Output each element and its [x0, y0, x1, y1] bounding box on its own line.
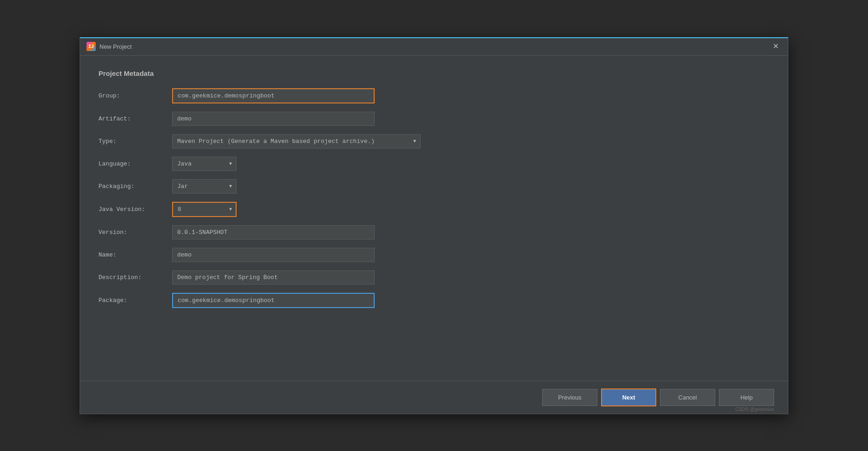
version-label: Version: [98, 229, 172, 236]
description-label: Description: [98, 274, 172, 281]
help-button[interactable]: Help [719, 389, 774, 406]
language-label: Language: [98, 160, 172, 167]
group-input[interactable] [172, 88, 375, 103]
group-row: Group: [98, 88, 770, 103]
language-select[interactable]: Java Kotlin Groovy [172, 157, 237, 171]
title-bar-left: IJ New Project [87, 42, 132, 51]
name-label: Name: [98, 251, 172, 258]
packaging-label: Packaging: [98, 183, 172, 190]
artifact-label: Artifact: [98, 115, 172, 122]
dialog-content: Project Metadata Group: Artifact: Type: … [80, 56, 788, 381]
type-select[interactable]: Maven Project (Generate a Maven based pr… [172, 134, 421, 148]
next-button[interactable]: Next [601, 388, 656, 406]
type-row: Type: Maven Project (Generate a Maven ba… [98, 134, 770, 148]
packaging-select[interactable]: Jar War [172, 179, 237, 194]
artifact-row: Artifact: [98, 112, 770, 126]
previous-button[interactable]: Previous [542, 389, 597, 406]
app-icon: IJ [87, 42, 96, 51]
section-title: Project Metadata [98, 69, 770, 77]
description-input[interactable] [172, 270, 375, 285]
version-row: Version: [98, 225, 770, 240]
packaging-row: Packaging: Jar War [98, 179, 770, 194]
java-version-select[interactable]: 8 11 17 [172, 202, 237, 217]
name-row: Name: [98, 248, 770, 262]
java-version-label: Java Version: [98, 206, 172, 213]
package-row: Package: [98, 293, 770, 308]
name-input[interactable] [172, 248, 375, 262]
title-bar: IJ New Project ✕ [80, 38, 788, 56]
artifact-input[interactable] [172, 112, 375, 126]
type-label: Type: [98, 138, 172, 145]
language-select-wrapper: Java Kotlin Groovy [172, 157, 237, 171]
type-select-wrapper: Maven Project (Generate a Maven based pr… [172, 134, 421, 148]
cancel-button[interactable]: Cancel [660, 389, 715, 406]
version-input[interactable] [172, 225, 375, 240]
package-label: Package: [98, 297, 172, 304]
new-project-dialog: IJ New Project ✕ Project Metadata Group:… [80, 37, 788, 414]
watermark: CSDN @geekmice [735, 407, 774, 412]
group-label: Group: [98, 92, 172, 99]
java-version-row: Java Version: 8 11 17 [98, 202, 770, 217]
java-version-select-wrapper: 8 11 17 [172, 202, 237, 217]
language-row: Language: Java Kotlin Groovy [98, 157, 770, 171]
dialog-title: New Project [99, 43, 132, 50]
packaging-select-wrapper: Jar War [172, 179, 237, 194]
close-button[interactable]: ✕ [770, 42, 781, 51]
package-input[interactable] [172, 293, 375, 308]
dialog-footer: Previous Next Cancel Help CSDN @geekmice [80, 381, 788, 414]
description-row: Description: [98, 270, 770, 285]
